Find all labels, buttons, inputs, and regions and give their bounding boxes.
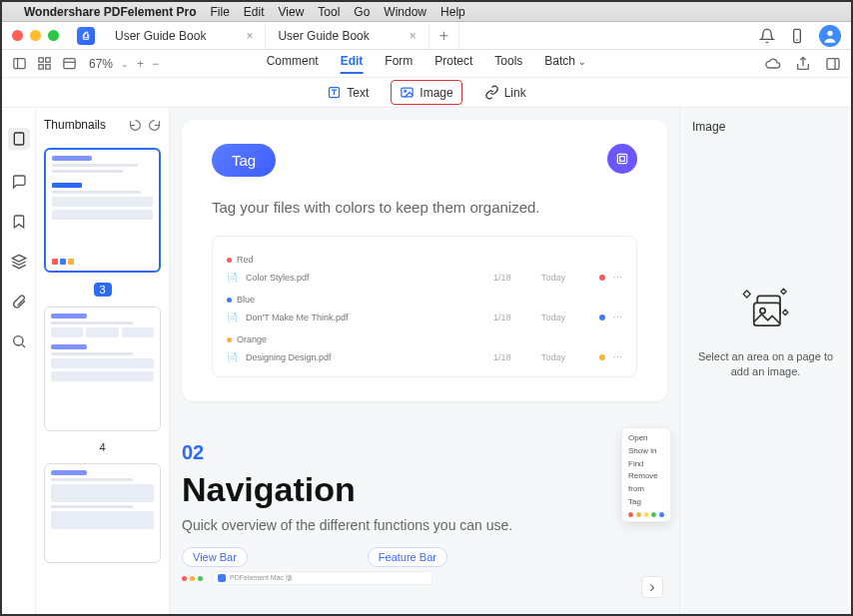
tab-tools[interactable]: Tools xyxy=(494,54,522,74)
thumbnail-number: 3 xyxy=(94,283,112,297)
svg-point-24 xyxy=(759,308,764,313)
section-label: Red xyxy=(237,255,254,265)
close-tab-icon[interactable]: × xyxy=(246,29,253,43)
section-number: 02 xyxy=(182,441,667,464)
edit-image-button[interactable]: Image xyxy=(391,80,461,105)
thumbnail-number: 4 xyxy=(44,441,161,453)
document-tab-2[interactable]: User Guide Book × xyxy=(266,22,428,49)
panel-right-icon[interactable] xyxy=(825,56,841,72)
app-logo-icon: ⎙ xyxy=(77,27,95,45)
thumbnails-panel: Thumbnails 3 4 xyxy=(36,108,170,614)
file-row: 📄Designing Design.pdf1/18Today⋯ xyxy=(227,348,622,366)
menu-file[interactable]: File xyxy=(211,5,230,19)
file-listing-card: Red 📄Color Styles.pdf1/18Today⋯ Blue 📄Do… xyxy=(212,236,637,377)
panel-left-icon[interactable] xyxy=(12,56,27,71)
zoom-value[interactable]: 67% xyxy=(89,57,113,71)
thumbnail-page-4[interactable] xyxy=(44,307,161,431)
tab-protect[interactable]: Protect xyxy=(434,54,472,74)
section-title: Navigation xyxy=(182,470,667,509)
menu-help[interactable]: Help xyxy=(440,5,465,19)
edit-image-label: Image xyxy=(420,86,452,100)
context-find[interactable]: Show in Find xyxy=(628,445,664,471)
page-viewer[interactable]: Tag Tag your files with colors to keep t… xyxy=(170,108,679,614)
layers-icon[interactable] xyxy=(11,254,27,270)
document-tabs: User Guide Book × User Guide Book × + xyxy=(103,22,459,49)
menu-tool[interactable]: Tool xyxy=(318,5,340,19)
tab-edit[interactable]: Edit xyxy=(341,54,364,74)
main-area: Thumbnails 3 4 xyxy=(2,108,851,614)
svg-rect-9 xyxy=(64,59,75,69)
macos-menubar: Wondershare PDFelement Pro File Edit Vie… xyxy=(2,2,851,22)
image-properties-panel: Image Select an area on a page to add an… xyxy=(679,108,851,614)
zoom-control: 67% ⌄ + − xyxy=(89,57,159,71)
thumbnail-page-5[interactable] xyxy=(44,463,161,563)
image-placeholder: Select an area on a page to add an image… xyxy=(692,284,839,380)
context-remove[interactable]: Remove from xyxy=(628,470,664,496)
tab-batch[interactable]: Batch ⌄ xyxy=(544,54,586,74)
context-open[interactable]: Open xyxy=(628,432,664,445)
menu-go[interactable]: Go xyxy=(354,5,370,19)
svg-point-2 xyxy=(827,30,832,35)
thumbnails-icon[interactable] xyxy=(8,128,30,150)
edit-link-button[interactable]: Link xyxy=(476,81,534,104)
context-tag[interactable]: Tag xyxy=(628,496,664,509)
tab-form[interactable]: Form xyxy=(385,54,413,74)
tab-title: User Guide Book xyxy=(278,29,369,43)
close-tab-icon[interactable]: × xyxy=(410,29,417,43)
left-icon-strip xyxy=(2,108,36,614)
minimize-window-button[interactable] xyxy=(30,30,41,41)
svg-rect-7 xyxy=(39,65,43,69)
fullscreen-window-button[interactable] xyxy=(48,30,59,41)
search-icon[interactable] xyxy=(11,333,27,349)
menu-window[interactable]: Window xyxy=(384,5,426,19)
cloud-icon[interactable] xyxy=(765,56,781,72)
placeholder-hint: Select an area on a page to add an image… xyxy=(692,349,839,380)
svg-line-20 xyxy=(22,344,25,347)
link-icon xyxy=(484,85,499,100)
phone-icon[interactable] xyxy=(789,28,805,44)
comments-icon[interactable] xyxy=(11,174,27,190)
grid-icon[interactable] xyxy=(37,56,52,71)
svg-rect-21 xyxy=(617,154,626,163)
tag-description: Tag your files with colors to keep them … xyxy=(212,199,637,216)
document-tab-1[interactable]: User Guide Book × xyxy=(103,22,266,49)
rotate-left-icon[interactable] xyxy=(129,119,142,132)
new-tab-button[interactable]: + xyxy=(429,22,459,49)
svg-marker-18 xyxy=(12,255,25,262)
svg-point-16 xyxy=(405,90,407,92)
thumbnail-page-3[interactable] xyxy=(44,148,161,273)
file-row: 📄Color Styles.pdf1/18Today⋯ xyxy=(227,269,622,287)
menu-edit[interactable]: Edit xyxy=(244,5,265,19)
attachments-icon[interactable] xyxy=(11,294,27,309)
bookmarks-icon[interactable] xyxy=(11,214,27,230)
edit-link-label: Link xyxy=(504,86,526,100)
feature-bar-pill: Feature Bar xyxy=(368,547,447,567)
context-menu: Open Show in Find Remove from Tag xyxy=(621,427,671,522)
share-icon[interactable] xyxy=(795,56,811,72)
layout-icon[interactable] xyxy=(62,56,77,71)
edit-sub-toolbar: Text Image Link xyxy=(2,78,851,108)
svg-rect-17 xyxy=(14,133,23,145)
close-window-button[interactable] xyxy=(12,30,23,41)
rotate-right-icon[interactable] xyxy=(148,119,161,132)
window-controls xyxy=(12,30,59,41)
svg-rect-12 xyxy=(827,58,839,69)
bell-icon[interactable] xyxy=(759,28,775,44)
next-page-button[interactable]: › xyxy=(641,576,663,598)
window-header: ⎙ User Guide Book × User Guide Book × + xyxy=(2,22,851,50)
tag-chip: Tag xyxy=(212,144,276,177)
tab-comment[interactable]: Comment xyxy=(267,54,319,74)
menu-view[interactable]: View xyxy=(279,5,305,19)
zoom-in-button[interactable]: + xyxy=(137,57,144,71)
svg-rect-8 xyxy=(46,65,50,69)
preview-bar: PDFelement Mac 版 xyxy=(213,571,432,585)
svg-rect-0 xyxy=(794,29,801,42)
section-subtitle: Quick overview of the different function… xyxy=(182,517,667,533)
edit-text-button[interactable]: Text xyxy=(319,81,377,104)
app-name[interactable]: Wondershare PDFelement Pro xyxy=(24,5,197,19)
user-avatar[interactable] xyxy=(819,25,841,47)
zoom-dropdown-icon[interactable]: ⌄ xyxy=(121,59,129,69)
thumbnails-title: Thumbnails xyxy=(44,118,106,132)
zoom-out-button[interactable]: − xyxy=(152,57,159,71)
text-icon xyxy=(327,85,342,100)
